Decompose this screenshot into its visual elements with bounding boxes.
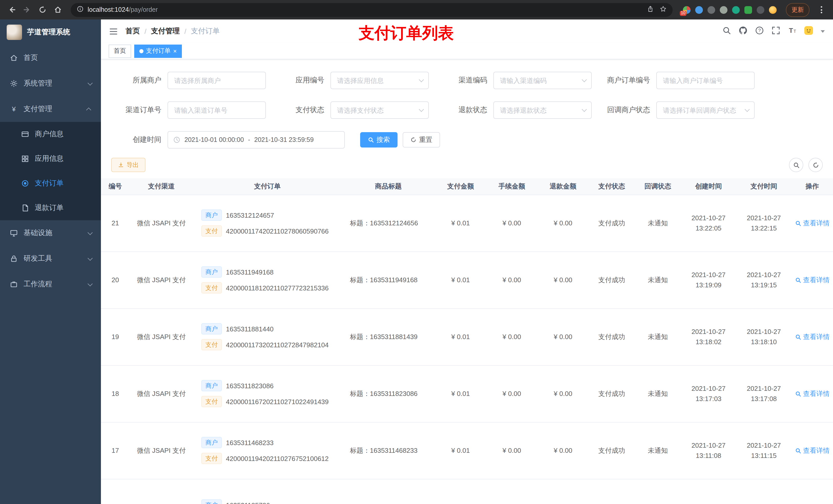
cell-pay-order: 商户 1635311823086 支付 42000011672021102710… [193, 365, 342, 422]
extension-blue-icon[interactable] [695, 6, 703, 14]
refresh-table-button[interactable] [808, 158, 823, 172]
tab-home[interactable]: 首页 [109, 44, 131, 57]
date-end: 2021-10-31 23:59:59 [254, 136, 314, 143]
view-detail-link[interactable]: 查看详情 [795, 332, 830, 341]
url-bar[interactable]: localhost:1024/pay/order [71, 3, 673, 17]
cell-amount: ¥ 0.01 [435, 251, 486, 308]
close-icon[interactable]: × [173, 48, 177, 54]
hamburger-icon[interactable] [109, 27, 118, 35]
cell-fee [486, 479, 538, 504]
column-header: 操作 [791, 178, 833, 195]
sidebar-item-dev-tools[interactable]: 研发工具 [0, 246, 101, 271]
refund-status-select[interactable] [493, 101, 592, 119]
share-icon[interactable] [647, 5, 654, 14]
sidebar-item-infrastructure[interactable]: 基础设施 [0, 220, 101, 246]
logo-avatar [7, 25, 22, 40]
toggle-search-button[interactable] [789, 158, 803, 172]
cell-title: 标题：1635311949168 [342, 251, 435, 308]
caret-down-icon[interactable] [821, 30, 825, 32]
column-header: 支付渠道 [129, 178, 193, 195]
avatar[interactable] [804, 26, 813, 37]
browser-menu-icon[interactable] [814, 3, 828, 16]
column-header: 退款金额 [538, 178, 589, 195]
font-size-icon[interactable]: TT [788, 26, 796, 37]
cell-pay-order: 商户 163531185786 [193, 479, 342, 504]
cell-amount: ¥ 0.01 [435, 195, 486, 251]
extension-emoji-icon[interactable] [769, 6, 777, 14]
back-icon[interactable] [5, 3, 19, 16]
view-detail-link[interactable]: 查看详情 [795, 446, 830, 455]
channel-order-no-input[interactable] [168, 101, 266, 119]
reload-icon[interactable] [36, 3, 49, 16]
column-header: 创建时间 [681, 178, 736, 195]
view-detail-link[interactable]: 查看详情 [795, 389, 830, 398]
export-button[interactable]: 导出 [111, 158, 145, 172]
view-detail-link[interactable]: 查看详情 [795, 275, 830, 285]
sidebar-item-payment[interactable]: ¥ 支付管理 [0, 96, 101, 122]
cell-actions: 查看详情 [791, 251, 833, 308]
logo: 芋道管理系统 [0, 20, 101, 45]
topbar: 首页 / 支付管理 / 支付订单 ? [101, 20, 833, 43]
pay-tag: 支付 [201, 225, 222, 237]
site-info-icon[interactable] [77, 5, 84, 14]
notify-status-select[interactable] [656, 101, 755, 119]
tab-pay-order[interactable]: 支付订单 × [134, 44, 182, 57]
cell-amount: ¥ 0.01 [435, 365, 486, 422]
cell-pay-order: 商户 1635311949168 支付 42000011812021102777… [193, 251, 342, 308]
sidebar-item-pay-order[interactable]: 支付订单 [0, 171, 101, 196]
search-icon[interactable] [722, 26, 731, 37]
cell-refund: ¥ 0.00 [538, 365, 589, 422]
screen: localhost:1024/pay/order 10 更新 [0, 0, 833, 504]
cell-notify-status: 未通知 [635, 308, 681, 365]
bookmark-star-icon[interactable] [660, 5, 667, 14]
cell-notify-status [635, 479, 681, 504]
merchant-order-no: 1635311949168 [226, 268, 273, 276]
cell-amount: ¥ 0.01 [435, 308, 486, 365]
cell-title: 标题：1635311468233 [342, 422, 435, 479]
table-row: 18 微信 JSAPI 支付 商户 1635311823086 支付 42000… [101, 365, 833, 422]
forward-icon[interactable] [21, 3, 34, 16]
extension-teal-icon[interactable] [732, 6, 740, 14]
merchant-tag: 商户 [201, 380, 222, 391]
cell-id: 17 [101, 422, 129, 479]
sidebar-item-refund-order[interactable]: 退款订单 [0, 196, 101, 220]
pay-status-select[interactable] [330, 101, 429, 119]
extension-green-icon[interactable] [744, 6, 752, 14]
channel-transaction-no: 4200001181202110277723215336 [226, 284, 329, 292]
field-label: 退款状态 [437, 105, 493, 115]
sidebar-item-merchant-info[interactable]: 商户信息 [0, 122, 101, 146]
merchant-select[interactable] [168, 72, 266, 89]
extension-gray-icon[interactable] [708, 6, 715, 14]
column-header: 编号 [101, 178, 129, 195]
cell-channel: 微信 JSAPI 支付 [129, 251, 193, 308]
sidebar-item-workflow[interactable]: 工作流程 [0, 271, 101, 297]
reset-button[interactable]: 重置 [403, 132, 440, 147]
app-select[interactable] [330, 72, 429, 89]
extension-grid-icon[interactable]: 10 [683, 6, 691, 14]
home-icon[interactable] [51, 3, 65, 16]
payment-submenu: 商户信息 应用信息 支付订单 退款订单 [0, 122, 101, 220]
cell-refund: ¥ 0.00 [538, 195, 589, 251]
cell-create-time: 2021-10-2713:11:08 [681, 422, 736, 479]
table-toolbar: 导出 [101, 158, 833, 172]
browser-update-button[interactable]: 更新 [786, 3, 809, 17]
extension-sage-icon[interactable] [720, 6, 728, 14]
search-button[interactable]: 搜索 [360, 132, 398, 147]
extension-dark-icon[interactable] [757, 6, 764, 14]
chevron-down-icon [88, 230, 93, 235]
lock-icon [10, 255, 18, 263]
help-icon[interactable]: ? [755, 26, 764, 37]
sidebar-item-system[interactable]: 系统管理 [0, 71, 101, 96]
column-header: 支付金额 [435, 178, 486, 195]
sidebar-item-home[interactable]: 首页 [0, 45, 101, 71]
fullscreen-icon[interactable] [771, 26, 780, 37]
date-range-picker[interactable]: 2021-10-01 00:00:00 - 2021-10-31 23:59:5… [168, 131, 345, 148]
merchant-order-no-input[interactable] [656, 72, 755, 89]
github-icon[interactable] [739, 26, 747, 37]
breadcrumb-home[interactable]: 首页 [125, 27, 140, 36]
view-detail-link[interactable]: 查看详情 [795, 218, 830, 228]
field-label: 支付状态 [274, 105, 330, 115]
channel-code-select[interactable] [493, 72, 592, 89]
sidebar-item-app-info[interactable]: 应用信息 [0, 146, 101, 171]
breadcrumb-pay-management[interactable]: 支付管理 [151, 27, 180, 36]
